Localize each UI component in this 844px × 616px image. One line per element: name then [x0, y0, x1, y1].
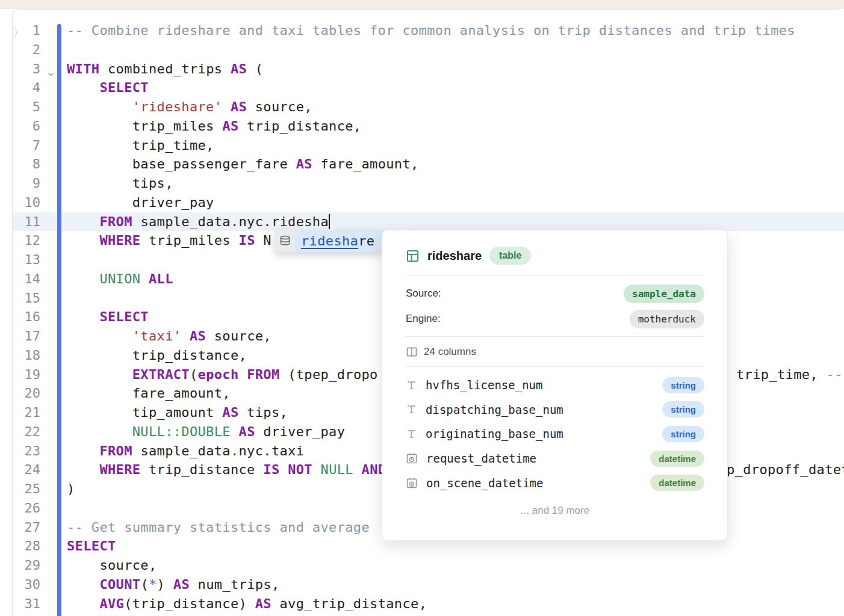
autocomplete-match: ridesha	[301, 233, 358, 248]
engine-badge: motherduck	[630, 310, 704, 328]
window-top-strip	[0, 0, 844, 9]
text-type-icon	[406, 428, 417, 440]
text-type-icon	[406, 404, 417, 415]
code-text: WHERE trip_distance IS NOT NULL AND	[67, 460, 386, 479]
column-row: originating_base_numstring	[406, 422, 704, 446]
table-info-popup: rideshare table Source: sample_data Engi…	[382, 230, 728, 541]
line-number: 1	[13, 21, 40, 40]
column-row: on_scene_datetimedatetime	[406, 470, 704, 495]
divider	[406, 276, 704, 276]
column-type-badge: datetime	[650, 451, 704, 467]
line-number: 14	[13, 270, 40, 289]
code-text: COUNT(*) AS num_trips,	[67, 575, 280, 594]
code-text: -- Combine rideshare and taxi tables for…	[67, 21, 795, 40]
line-number: 17	[13, 327, 40, 346]
line-number: 23	[13, 442, 40, 461]
datetime-type-icon	[406, 452, 418, 464]
code-text: SELECT	[67, 537, 116, 556]
line-number: 30	[13, 575, 40, 594]
line-number: 31	[13, 594, 40, 614]
code-text: EXTRACT(epoch FROM (tpep_dropo	[67, 365, 378, 384]
line-number: 7	[13, 136, 40, 155]
columns-icon	[406, 346, 418, 358]
column-type-badge: string	[662, 401, 704, 417]
source-label: Source:	[406, 288, 441, 300]
line-number: 22	[13, 422, 40, 442]
line-number: 8	[13, 155, 40, 174]
code-text: NULL::DOUBLE AS driver_pay	[67, 422, 345, 442]
code-text: WHERE trip_miles IS N	[67, 231, 272, 250]
code-text-fragment: trip_time, --	[736, 365, 843, 384]
line-number: 26	[13, 499, 40, 518]
code-text: trip_miles AS trip_distance,	[67, 117, 361, 136]
code-text: AVG(trip_distance) AS avg_trip_distance,	[67, 594, 427, 614]
code-line[interactable]: 4 SELECT	[13, 78, 844, 97]
code-text: driver_pay	[67, 193, 214, 212]
code-line[interactable]: 32 AVG(trip_time) AS avg_trip_time,	[13, 613, 844, 616]
code-text: fare_amount,	[67, 384, 231, 403]
more-columns-text: ... and 19 more	[406, 505, 704, 517]
code-line[interactable]: 11 FROM sample_data.nyc.ridesha	[13, 212, 844, 232]
code-line[interactable]: 6 trip_miles AS trip_distance,	[13, 117, 844, 136]
code-line[interactable]: 7 trip_time,	[13, 136, 844, 155]
code-line[interactable]: 3WITH combined_trips AS (	[13, 60, 844, 79]
code-text: SELECT	[67, 78, 149, 97]
popup-table-name: rideshare	[427, 249, 482, 263]
line-number: 3	[13, 60, 40, 79]
table-icon	[406, 249, 420, 263]
line-number: 10	[13, 193, 40, 212]
line-number: 27	[13, 518, 40, 537]
column-type-badge: string	[662, 377, 704, 393]
column-name: hvfhs_license_num	[426, 378, 542, 392]
engine-label: Engine:	[406, 313, 441, 325]
line-number: 28	[13, 537, 40, 556]
column-name: originating_base_num	[426, 427, 563, 440]
column-name: on_scene_datetime	[426, 476, 543, 490]
line-number: 2	[13, 40, 40, 60]
code-line[interactable]: 30 COUNT(*) AS num_trips,	[13, 575, 844, 594]
line-number: 11	[13, 212, 40, 232]
code-line[interactable]: 5 'rideshare' AS source,	[13, 97, 844, 117]
code-text: FROM sample_data.nyc.taxi	[67, 442, 304, 461]
code-text: tip_amount AS tips,	[67, 403, 288, 422]
columns-count: 24 columns	[424, 346, 476, 358]
line-number: 21	[13, 403, 40, 422]
code-text: -- Get summary statistics and average	[67, 518, 378, 537]
datetime-type-icon	[406, 477, 418, 489]
autocomplete-rest: re	[358, 233, 374, 248]
block-indent-guide	[57, 24, 61, 616]
code-text: 'rideshare' AS source,	[67, 97, 312, 117]
code-line[interactable]: 8 base_passenger_fare AS fare_amount,	[13, 155, 844, 174]
divider	[406, 366, 704, 367]
line-number: 20	[13, 384, 40, 403]
fold-chevron-icon[interactable]	[46, 65, 55, 74]
line-number: 6	[13, 117, 40, 136]
column-name: dispatching_base_num	[426, 403, 563, 416]
code-line[interactable]: 1-- Combine rideshare and taxi tables fo…	[13, 21, 844, 40]
code-text: 'taxi' AS source,	[67, 327, 272, 346]
column-row: dispatching_base_numstring	[406, 398, 704, 422]
code-text: source,	[67, 556, 157, 575]
sql-editor: 1-- Combine rideshare and taxi tables fo…	[12, 9, 844, 616]
code-line[interactable]: 10 driver_pay	[13, 193, 844, 212]
autocomplete-item-rideshare[interactable]: rideshare	[275, 230, 384, 252]
column-list: hvfhs_license_numstringdispatching_base_…	[406, 373, 704, 495]
table-type-badge: table	[489, 247, 531, 265]
source-badge: sample_data	[624, 285, 704, 303]
database-icon	[275, 230, 295, 252]
line-number: 32	[13, 613, 40, 616]
column-type-badge: string	[662, 426, 704, 442]
code-line[interactable]: 2	[13, 40, 844, 60]
column-row: request_datetimedatetime	[406, 446, 704, 471]
line-number: 12	[13, 231, 40, 250]
line-number: 13	[13, 250, 40, 270]
code-text: )	[67, 479, 75, 499]
code-text: tips,	[67, 174, 173, 193]
code-line[interactable]: 29 source,	[13, 556, 844, 575]
line-number: 24	[13, 460, 40, 479]
code-line[interactable]: 9 tips,	[13, 174, 844, 193]
line-number: 18	[13, 346, 40, 365]
code-line[interactable]: 31 AVG(trip_distance) AS avg_trip_distan…	[13, 594, 844, 614]
line-number: 9	[13, 174, 40, 193]
column-row: hvfhs_license_numstring	[406, 373, 704, 398]
